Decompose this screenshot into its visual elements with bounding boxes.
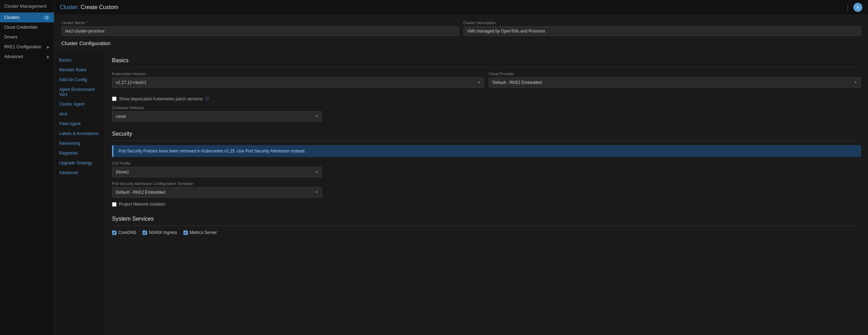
nginx-ingress-service: NGINX Ingress (142, 230, 177, 235)
subnav-add-on-config[interactable]: Add-On Config (54, 75, 105, 85)
project-network-isolation-row: Project Network Isolation (112, 202, 861, 207)
subnav-basics[interactable]: Basics (54, 55, 105, 65)
coredns-service: CoreDNS (112, 230, 136, 235)
subnav-etcd[interactable]: etcd (54, 109, 105, 119)
nginx-ingress-label: NGINX Ingress (149, 230, 177, 235)
sidebar-item-advanced-label: Advanced (4, 54, 23, 59)
chevron-right-icon: ▶ (47, 55, 50, 59)
security-alert-banner: Pod Security Policies have been removed … (112, 145, 861, 157)
system-services-section-title: System Services (112, 211, 861, 226)
sidebar-item-advanced[interactable]: Advanced ▶ (0, 52, 54, 62)
sidebar-item-drivers[interactable]: Drivers (0, 32, 54, 42)
subnav-cluster-agent[interactable]: Cluster Agent (54, 99, 105, 109)
chevron-right-icon: ▶ (47, 45, 50, 49)
cluster-name-field: Cluster Name * (61, 21, 459, 36)
pod-security-wrap: Pod Security Admission Configuration Tem… (112, 181, 322, 198)
cis-profile-label: CIS Profile (112, 161, 322, 165)
show-deprecated-row: Show deprecated Kubernetes patch version… (112, 96, 861, 101)
sidebar-clusters-badge: 3 (43, 15, 50, 20)
sidebar-item-drivers-label: Drivers (4, 35, 18, 40)
system-services-row: CoreDNS NGINX Ingress Metrics Server (112, 230, 861, 235)
info-icon: ⓘ (205, 96, 209, 101)
cloud-provider-select[interactable]: Default - RKE2 Embedded None External (489, 77, 861, 88)
cis-profile-select[interactable]: (None) CIS-1.6 CIS-1.23 (112, 167, 322, 177)
subnav-upgrade-strategy[interactable]: Upgrade Strategy (54, 158, 105, 168)
pod-security-label: Pod Security Admission Configuration Tem… (112, 181, 322, 186)
kubernetes-version-label: Kubernetes Version (112, 72, 484, 76)
page-title: Cluster: Create Custom (60, 4, 118, 10)
main-content-panel: Basics Kubernetes Version v1.27.12+rke2r… (105, 52, 868, 335)
content-area: Basics Member Roles Add-On Config Agent … (54, 52, 868, 335)
coredns-checkbox[interactable] (112, 230, 117, 235)
form-header: Cluster Name * Cluster Description Clust… (54, 15, 868, 52)
main-panel: Cluster: Create Custom ⋮ A Cluster Name … (54, 0, 868, 335)
sidebar-item-cloud-credentials[interactable]: Cloud Credentials (0, 22, 54, 32)
subnav-registries[interactable]: Registries (54, 148, 105, 158)
sub-nav: Basics Member Roles Add-On Config Agent … (54, 52, 105, 335)
title-text: Create Custom (79, 4, 118, 10)
basics-top-row: Kubernetes Version v1.27.12+rke2r1 v1.28… (112, 72, 861, 92)
subnav-fleet-agent[interactable]: Fleet Agent (54, 119, 105, 129)
project-network-isolation-checkbox[interactable] (112, 202, 117, 207)
sidebar-item-clusters[interactable]: Clusters 3 (0, 13, 54, 22)
cluster-name-input[interactable] (61, 26, 459, 36)
sidebar-header: Cluster Management (0, 0, 54, 13)
cluster-config-title: Cluster Configuration (61, 40, 861, 48)
title-prefix: Cluster: (60, 4, 79, 10)
cluster-description-field: Cluster Description (463, 21, 861, 36)
container-network-select[interactable]: canal calico flannel (112, 111, 322, 122)
sidebar-item-clusters-label: Clusters (4, 15, 20, 20)
project-network-isolation-label: Project Network Isolation (119, 202, 166, 207)
cloud-provider-wrap: Cloud Provider Default - RKE2 Embedded N… (489, 72, 861, 88)
show-deprecated-checkbox[interactable] (112, 97, 117, 101)
container-network-label: Container Network (112, 106, 322, 110)
coredns-label: CoreDNS (118, 230, 136, 235)
more-options-icon[interactable]: ⋮ (845, 4, 850, 11)
cloud-provider-label: Cloud Provider (489, 72, 861, 76)
topbar-actions: ⋮ A (845, 3, 862, 12)
subnav-labels-annotations[interactable]: Labels & Annotations (54, 129, 105, 138)
pod-security-select[interactable]: Default - RKE2 Embedded None Custom (112, 187, 322, 198)
cis-profile-wrap: CIS Profile (None) CIS-1.6 CIS-1.23 ▼ (112, 161, 322, 177)
cluster-description-input[interactable] (463, 26, 861, 36)
cluster-name-label: Cluster Name * (61, 21, 459, 25)
nginx-ingress-checkbox[interactable] (142, 230, 147, 235)
security-section-title: Security (112, 126, 861, 141)
sidebar-item-cloud-credentials-label: Cloud Credentials (4, 25, 37, 30)
topbar: Cluster: Create Custom ⋮ A (54, 0, 868, 15)
subnav-networking[interactable]: Networking (54, 138, 105, 148)
cluster-description-label: Cluster Description (463, 21, 861, 25)
metrics-server-service: Metrics Server (183, 230, 217, 235)
form-row-top: Cluster Name * Cluster Description (61, 21, 861, 36)
subnav-member-roles[interactable]: Member Roles (54, 65, 105, 75)
subnav-agent-env-vars[interactable]: Agent Environment Vars (54, 85, 105, 99)
metrics-server-checkbox[interactable] (183, 230, 188, 235)
show-deprecated-label: Show deprecated Kubernetes patch version… (119, 97, 203, 101)
sidebar-item-rke1-label: RKE1 Configuration (4, 44, 41, 49)
sidebar: Cluster Management Clusters 3 Cloud Cred… (0, 0, 54, 335)
container-network-wrap: Container Network canal calico flannel ▼ (112, 106, 322, 122)
metrics-server-label: Metrics Server (190, 230, 217, 235)
sidebar-item-rke1-configuration[interactable]: RKE1 Configuration ▶ (0, 42, 54, 52)
basics-section-title: Basics (112, 52, 861, 67)
kubernetes-version-select[interactable]: v1.27.12+rke2r1 v1.28.0+rke2r1 v1.26.0+r… (112, 77, 484, 88)
kubernetes-version-wrap: Kubernetes Version v1.27.12+rke2r1 v1.28… (112, 72, 484, 88)
subnav-advanced[interactable]: Advanced (54, 168, 105, 178)
avatar[interactable]: A (853, 3, 862, 12)
